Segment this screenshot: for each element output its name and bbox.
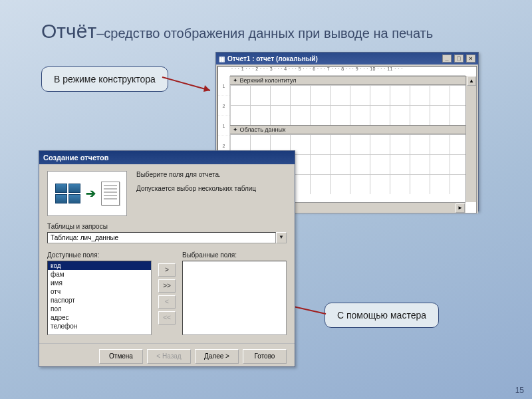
next-button[interactable]: Далее > bbox=[195, 349, 239, 364]
move-back-all-button[interactable]: << bbox=[158, 311, 176, 325]
designer-titlebar: ▦ Отчет1 : отчет (локальный) _ □ × bbox=[216, 53, 478, 65]
list-item[interactable]: фам bbox=[48, 270, 151, 279]
available-fields-label: Доступные поля: bbox=[47, 251, 99, 259]
tables-label: Таблицы и запросы bbox=[47, 223, 287, 230]
move-one-button[interactable]: > bbox=[158, 263, 176, 277]
selected-fields-label: Выбранные поля: bbox=[182, 251, 237, 259]
minimize-button[interactable]: _ bbox=[442, 55, 452, 63]
back-button[interactable]: < Назад bbox=[147, 349, 191, 364]
close-button[interactable]: × bbox=[466, 55, 475, 63]
chevron-down-icon[interactable]: ▼ bbox=[276, 232, 287, 243]
title-main: Отчёт bbox=[41, 20, 96, 42]
list-item[interactable]: пол bbox=[48, 305, 151, 313]
wizard-prompt: Выберите поля для отчета. Допускается вы… bbox=[136, 171, 256, 216]
wizard-illustration: ➔ bbox=[47, 171, 127, 216]
move-back-button[interactable]: < bbox=[158, 295, 176, 309]
move-all-button[interactable]: >> bbox=[158, 279, 176, 293]
slide-title: Отчёт–средство отображения данных при вы… bbox=[41, 20, 433, 43]
arrow-icon: ➔ bbox=[86, 186, 96, 201]
callout-wizard: С помощью мастера bbox=[325, 303, 439, 328]
tables-icon bbox=[55, 184, 80, 203]
selected-fields-list[interactable] bbox=[182, 261, 287, 335]
available-fields-list[interactable]: код фам имя отч паспорт пол адрес телефо… bbox=[47, 261, 152, 335]
document-icon bbox=[101, 182, 120, 205]
ruler-horizontal: · · · 1 · · · 2 · · · 3 · · · 4 · · · 5 … bbox=[230, 66, 466, 76]
scrollbar-vertical[interactable]: ▲ bbox=[466, 76, 476, 202]
cancel-button[interactable]: Отмена bbox=[99, 349, 143, 364]
arrow-to-designer bbox=[161, 73, 219, 96]
list-item[interactable]: код bbox=[48, 261, 151, 270]
scroll-up-icon[interactable]: ▲ bbox=[467, 76, 476, 86]
callout-designer: В режиме конструктора bbox=[41, 66, 168, 92]
list-item[interactable]: отч bbox=[48, 287, 151, 296]
list-item[interactable]: телефон bbox=[48, 322, 151, 331]
section-detail-bar[interactable]: ✦ Область данных bbox=[230, 125, 466, 134]
finish-button[interactable]: Готово bbox=[243, 349, 287, 364]
title-sub: –средство отображения данных при выводе … bbox=[96, 26, 433, 41]
tables-combo[interactable]: ▼ bbox=[47, 232, 287, 243]
list-item[interactable]: имя bbox=[48, 279, 151, 287]
section-header-bar[interactable]: ✦ Верхний колонтитул bbox=[230, 76, 466, 85]
wizard-title: Создание отчетов bbox=[39, 151, 295, 164]
page-number: 15 bbox=[515, 386, 524, 395]
tables-combo-input[interactable] bbox=[47, 232, 276, 243]
report-icon: ▦ bbox=[219, 55, 225, 63]
wizard-dialog: Создание отчетов ➔ Выберите поля для отч… bbox=[39, 150, 295, 367]
list-item[interactable]: паспорт bbox=[48, 296, 151, 305]
maximize-button[interactable]: □ bbox=[454, 55, 464, 63]
section-header-grid[interactable] bbox=[230, 85, 466, 125]
designer-title-text: Отчет1 : отчет (локальный) bbox=[227, 55, 318, 63]
svg-line-0 bbox=[162, 77, 210, 90]
scroll-right-icon[interactable]: ► bbox=[456, 203, 465, 213]
list-item[interactable]: адрес bbox=[48, 313, 151, 322]
